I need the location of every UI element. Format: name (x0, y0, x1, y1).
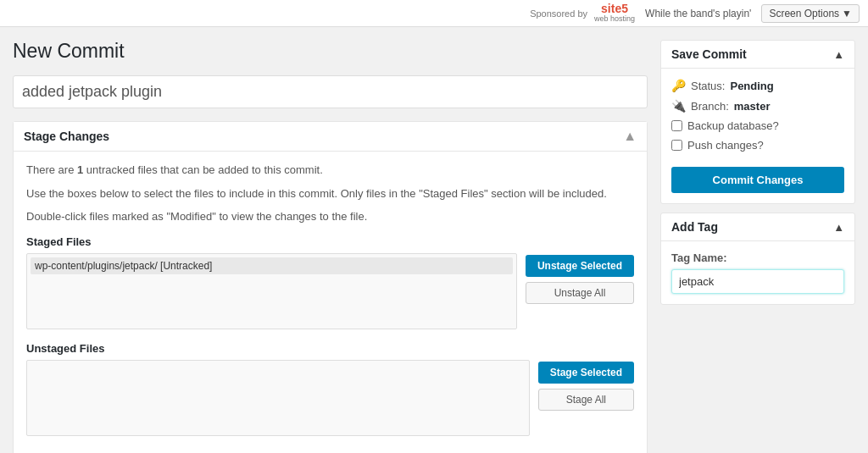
branch-value: master (734, 100, 771, 113)
staged-files-label: Staged Files (26, 235, 634, 248)
stage-all-button[interactable]: Stage All (538, 389, 634, 411)
save-commit-panel-header[interactable]: Save Commit ▲ (661, 41, 854, 69)
add-tag-toggle-icon: ▲ (833, 221, 844, 234)
staged-file-actions: Unstage Selected Unstage All (526, 253, 634, 304)
list-item[interactable]: wp-content/plugins/jetpack/ [Untracked] (31, 257, 513, 274)
branch-label: Branch: (691, 100, 729, 113)
sponsored-by-text: Sponsored by (530, 8, 587, 19)
stage-changes-panel: Stage Changes ▲ There are 1 untracked fi… (13, 121, 648, 453)
branch-icon: 🔌 (671, 99, 686, 113)
while-text: While the band's playin' (645, 8, 751, 19)
staged-files-section: Staged Files wp-content/plugins/jetpack/… (26, 235, 634, 329)
save-commit-panel: Save Commit ▲ 🔑 Status: Pending 🔌 Branch… (660, 40, 855, 204)
unstaged-file-actions: Stage Selected Stage All (538, 360, 634, 411)
add-tag-panel-header[interactable]: Add Tag ▲ (661, 213, 854, 241)
chevron-down-icon: ▼ (842, 8, 852, 19)
backup-db-row: Backup database? (671, 119, 844, 132)
status-label: Status: (691, 80, 725, 92)
push-changes-checkbox[interactable] (671, 140, 682, 151)
backup-db-checkbox[interactable] (671, 120, 682, 131)
site5-name: site5 (601, 3, 628, 15)
status-icon: 🔑 (671, 79, 686, 92)
save-commit-body: 🔑 Status: Pending 🔌 Branch: master Backu… (661, 69, 854, 203)
staged-files-row: wp-content/plugins/jetpack/ [Untracked] … (26, 253, 634, 329)
sidebar: Save Commit ▲ 🔑 Status: Pending 🔌 Branch… (660, 40, 855, 305)
screen-options-label: Screen Options (769, 8, 839, 19)
save-commit-toggle-icon: ▲ (833, 48, 844, 61)
status-row: 🔑 Status: Pending (671, 79, 844, 92)
unstaged-files-label: Unstaged Files (26, 342, 634, 355)
backup-db-label: Backup database? (687, 119, 779, 132)
untracked-count: 1 (77, 163, 83, 176)
stage-changes-toggle-icon: ▲ (623, 129, 637, 144)
branch-row: 🔌 Branch: master (671, 99, 844, 113)
tag-name-label: Tag Name: (671, 251, 844, 264)
page-title: New Commit (13, 40, 648, 63)
add-tag-panel: Add Tag ▲ Tag Name: (660, 213, 855, 305)
push-changes-row: Push changes? (671, 139, 844, 152)
site5-sub: web hosting (594, 15, 635, 24)
unstaged-files-row: Stage Selected Stage All (26, 360, 634, 436)
main-container: New Commit Stage Changes ▲ There are 1 u… (0, 27, 868, 453)
push-changes-label: Push changes? (687, 139, 764, 152)
top-bar: Sponsored by site5 web hosting While the… (0, 0, 868, 27)
stage-changes-body: There are 1 untracked files that can be … (14, 152, 647, 453)
info-text-1: There are 1 untracked files that can be … (26, 162, 634, 179)
site5-logo: site5 web hosting (594, 3, 635, 24)
unstaged-files-list[interactable] (26, 360, 530, 436)
staged-files-list[interactable]: wp-content/plugins/jetpack/ [Untracked] (26, 253, 517, 329)
status-value: Pending (730, 80, 773, 92)
tag-name-input[interactable] (671, 269, 844, 294)
screen-options-button[interactable]: Screen Options ▼ (761, 4, 860, 23)
stage-changes-panel-header[interactable]: Stage Changes ▲ (14, 122, 647, 152)
unstage-selected-button[interactable]: Unstage Selected (526, 255, 634, 277)
commit-message-input[interactable] (13, 75, 648, 108)
add-tag-body: Tag Name: (661, 241, 854, 304)
stage-changes-title: Stage Changes (24, 130, 109, 143)
commit-changes-button[interactable]: Commit Changes (671, 167, 844, 193)
save-commit-title: Save Commit (671, 47, 747, 61)
stage-selected-button[interactable]: Stage Selected (538, 362, 634, 384)
unstaged-files-section: Unstaged Files Stage Selected Stage All (26, 342, 634, 436)
content-area: New Commit Stage Changes ▲ There are 1 u… (13, 40, 648, 453)
sponsored-area: Sponsored by site5 web hosting (530, 3, 635, 24)
info-text-2: Use the boxes below to select the files … (26, 185, 634, 202)
info-text-3: Double-click files marked as "Modified" … (26, 208, 634, 225)
unstage-all-button[interactable]: Unstage All (526, 282, 634, 304)
add-tag-title: Add Tag (671, 220, 718, 234)
